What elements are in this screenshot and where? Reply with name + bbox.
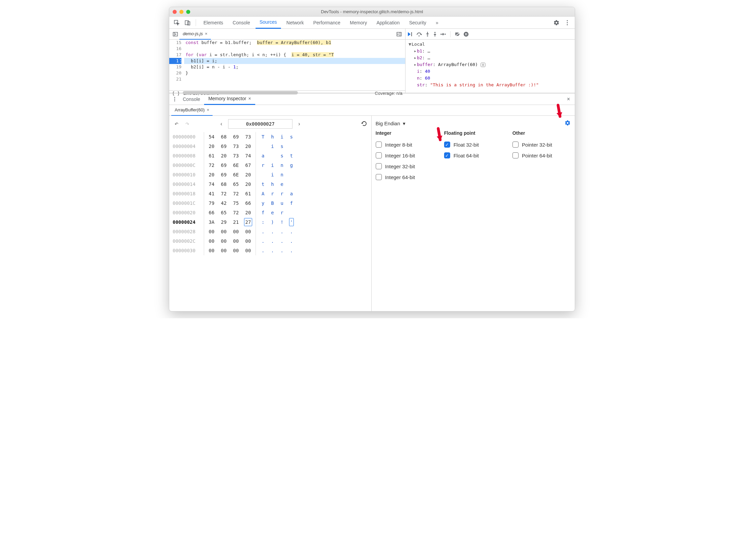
hex-byte[interactable]: 72	[232, 189, 240, 198]
hex-char[interactable]: s	[280, 142, 284, 151]
hex-byte[interactable]: 6E	[232, 170, 240, 179]
hex-char[interactable]: .	[270, 246, 275, 255]
hex-byte[interactable]: 00	[220, 246, 228, 255]
hex-row[interactable]: 0000001474686520the	[173, 179, 368, 189]
prev-page-icon[interactable]: ‹	[218, 121, 225, 127]
hex-char[interactable]: r	[280, 208, 284, 217]
hex-byte[interactable]: 67	[244, 160, 252, 170]
hex-byte[interactable]: 20	[244, 170, 252, 179]
hex-row[interactable]: 0000002800000000....	[173, 227, 368, 236]
hex-byte[interactable]: 69	[220, 142, 228, 151]
hex-char[interactable]: f	[261, 208, 265, 217]
resume-icon[interactable]	[408, 31, 414, 37]
hex-byte[interactable]: 00	[207, 227, 216, 236]
hex-char[interactable]: n	[280, 160, 284, 170]
hex-byte[interactable]: 61	[244, 189, 252, 198]
hex-byte[interactable]: 20	[207, 142, 216, 151]
undo-icon[interactable]: ↶	[173, 122, 180, 127]
checkbox[interactable]	[376, 142, 382, 148]
hex-byte[interactable]: 72	[207, 160, 216, 170]
line-number[interactable]: 21	[169, 76, 181, 82]
next-page-icon[interactable]: ›	[296, 121, 303, 127]
checkbox[interactable]	[376, 174, 382, 180]
hex-char[interactable]: !	[280, 217, 284, 227]
tab-console[interactable]: Console	[228, 17, 254, 29]
address-input[interactable]	[228, 119, 292, 129]
hex-char[interactable]: i	[270, 142, 275, 151]
hex-char[interactable]	[261, 142, 265, 151]
hex-char[interactable]: T	[261, 132, 265, 142]
line-number[interactable]: 18	[169, 58, 181, 64]
scope-local-header[interactable]: Local	[412, 42, 425, 47]
hex-char[interactable]	[289, 142, 294, 151]
tab-memory[interactable]: Memory	[346, 17, 371, 29]
hex-byte[interactable]: 20	[244, 142, 252, 151]
type-option[interactable]: Float 32-bit	[444, 139, 502, 150]
hex-char[interactable]: i	[270, 170, 275, 179]
refresh-icon[interactable]	[360, 121, 368, 128]
scope-variable[interactable]: i: 40	[408, 68, 572, 75]
hex-byte[interactable]: 00	[232, 246, 240, 255]
hex-char[interactable]: .	[289, 236, 294, 246]
hex-byte[interactable]: 20	[220, 151, 228, 160]
hex-byte[interactable]: 69	[232, 132, 240, 142]
hex-char[interactable]	[261, 170, 265, 179]
drawer-tab-memory-inspector[interactable]: Memory Inspector ×	[204, 93, 255, 105]
hex-byte[interactable]: 68	[220, 179, 228, 189]
hex-byte[interactable]: 00	[244, 236, 252, 246]
hex-byte[interactable]: 69	[220, 170, 228, 179]
checkbox[interactable]	[512, 152, 519, 158]
hex-row[interactable]: 0000002066657220fer	[173, 208, 368, 217]
hex-byte[interactable]: 6E	[232, 160, 240, 170]
drawer-kebab-icon[interactable]	[171, 95, 179, 103]
file-tab-demo-js[interactable]: demo-js.js ×	[179, 29, 211, 40]
checkbox[interactable]	[444, 152, 450, 158]
code-line[interactable]	[184, 76, 405, 82]
hex-byte[interactable]: 66	[244, 198, 252, 208]
hex-byte[interactable]: 20	[207, 170, 216, 179]
hex-byte[interactable]: 00	[244, 246, 252, 255]
device-toggle-icon[interactable]	[183, 18, 192, 27]
step-icon[interactable]	[440, 32, 446, 37]
hex-byte[interactable]: 75	[232, 198, 240, 208]
scope-variable[interactable]: ▸b2: …	[408, 55, 572, 61]
hex-char[interactable]: i	[280, 132, 284, 142]
code-line[interactable]	[184, 46, 405, 52]
checkbox[interactable]	[376, 163, 382, 169]
pause-on-exceptions-icon[interactable]	[463, 31, 469, 37]
hex-byte[interactable]: 3A	[207, 217, 216, 227]
close-drawer-icon[interactable]: ×	[564, 96, 573, 102]
hex-char[interactable]: .	[261, 236, 265, 246]
scope-variable[interactable]: n: 60	[408, 75, 572, 82]
type-option[interactable]: Integer 8-bit	[376, 139, 434, 150]
scope-variable[interactable]: str: "This is a string in the ArrayBuffe…	[408, 82, 572, 88]
hex-char[interactable]: e	[270, 208, 275, 217]
hex-char[interactable]: .	[289, 246, 294, 255]
hex-byte[interactable]: 00	[232, 227, 240, 236]
line-number[interactable]: 16	[169, 46, 181, 52]
hex-char[interactable]: )	[270, 217, 275, 227]
hex-byte[interactable]: 79	[207, 198, 216, 208]
tab-overflow[interactable]: »	[432, 17, 442, 29]
hex-byte[interactable]: 00	[220, 236, 228, 246]
type-option[interactable]: Integer 32-bit	[376, 161, 434, 172]
hex-char[interactable]: :	[261, 217, 265, 227]
debugger-toggle-icon[interactable]	[395, 30, 403, 38]
hex-char[interactable]: s	[289, 132, 294, 142]
hex-byte[interactable]: 27	[244, 218, 252, 226]
drawer-tab-console[interactable]: Console	[179, 93, 204, 105]
hex-char[interactable]	[289, 179, 294, 189]
line-number[interactable]: 19	[169, 64, 181, 70]
hex-byte[interactable]: 41	[207, 189, 216, 198]
hex-char[interactable]: h	[270, 179, 275, 189]
hex-char[interactable]: a	[289, 189, 294, 198]
value-type-settings-icon[interactable]	[565, 120, 571, 127]
hex-byte[interactable]: 72	[220, 189, 228, 198]
step-over-icon[interactable]	[416, 31, 422, 37]
scope-variable[interactable]: ▸buffer: ArrayBuffer(60) ⁞⁞	[408, 61, 572, 68]
hex-row[interactable]: 000000243A292127:)!'	[173, 217, 368, 227]
checkbox[interactable]	[512, 142, 519, 148]
kebab-menu-icon[interactable]	[563, 18, 572, 27]
hex-char[interactable]: r	[280, 189, 284, 198]
hex-char[interactable]: g	[289, 160, 294, 170]
